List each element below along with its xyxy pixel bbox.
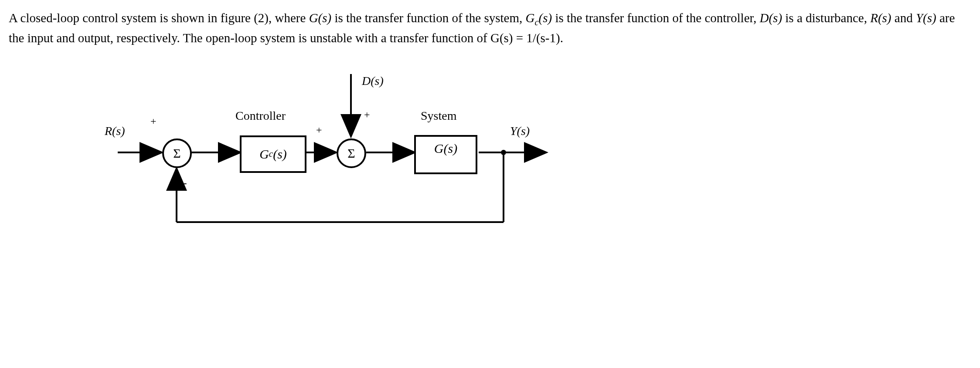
disturbance-label: D(s) — [362, 74, 384, 88]
text-segment: is the transfer function of the controll… — [552, 11, 759, 25]
symbol-Gc-sub: c — [535, 17, 539, 27]
minus-sign: - — [183, 176, 187, 189]
sum-junction-2: Σ — [337, 138, 366, 168]
controller-block: Gc(s) — [240, 135, 306, 173]
system-symbol: G(s) — [434, 141, 457, 156]
block-diagram: R(s) D(s) Y(s) Controller System + - + +… — [109, 65, 806, 261]
symbol-Gc-tail: (s) — [539, 11, 552, 25]
system-block: G(s) — [414, 135, 477, 174]
sigma-symbol: Σ — [173, 146, 180, 161]
system-title: System — [421, 109, 456, 123]
text-segment: A closed-loop control system is shown in… — [9, 11, 309, 25]
symbol-Gc-base: G — [526, 11, 535, 25]
sum-junction-1: Σ — [162, 138, 192, 168]
symbol-Gs: G(s) — [309, 11, 332, 25]
controller-title: Controller — [235, 109, 286, 123]
problem-statement: A closed-loop control system is shown in… — [9, 9, 971, 48]
plus-sign-1: + — [150, 115, 157, 127]
input-label: R(s) — [105, 124, 125, 138]
text-segment: is a disturbance, — [782, 11, 870, 25]
plus-sign-2: + — [316, 124, 322, 136]
text-segment: is the transfer function of the system, — [331, 11, 525, 25]
svg-point-6 — [501, 150, 506, 155]
sigma-symbol: Σ — [347, 146, 355, 161]
output-label: Y(s) — [510, 124, 530, 138]
plus-sign-3: + — [364, 109, 370, 121]
symbol-Ds: D(s) — [760, 11, 783, 25]
controller-symbol-sub: c — [269, 149, 273, 159]
symbol-Rs: R(s) — [870, 11, 891, 25]
controller-symbol-base: G — [259, 147, 269, 162]
text-segment: and — [892, 11, 916, 25]
symbol-Ys: Y(s) — [916, 11, 936, 25]
controller-symbol-tail: (s) — [273, 147, 287, 162]
